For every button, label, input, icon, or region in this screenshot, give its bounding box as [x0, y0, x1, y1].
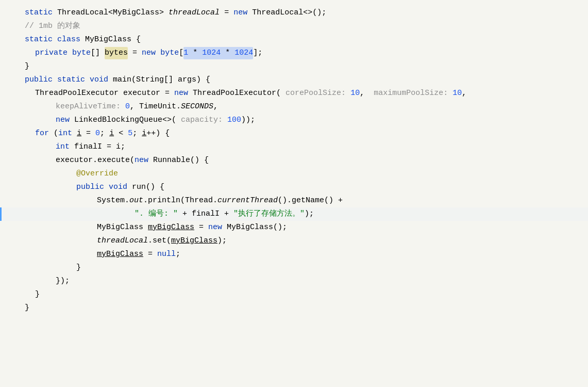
code-line-19: myBigClass = null ; — [0, 248, 588, 261]
code-line-5: } — [0, 60, 588, 73]
code-line-6: public static void main( String[] args) … — [0, 73, 588, 87]
code-line-10: for ( int i = 0 ; i < 5 ; i ++) { — [0, 127, 588, 140]
code-line-15: System. out .println(Thread. currentThre… — [0, 194, 588, 207]
code-line-9: new LinkedBlockingQueue<>( capacity: 100… — [0, 114, 588, 127]
code-editor: static ThreadLocal< MyBigClass> threadLo… — [0, 0, 588, 387]
code-line-18: threadLocal .set( myBigClass ); — [0, 234, 588, 248]
code-line-22: } — [0, 288, 588, 301]
code-line-12: executor.execute( new Runnable() { — [0, 154, 588, 167]
var-threadLocal: threadLocal — [169, 7, 220, 19]
code-line-13: @Override — [0, 167, 588, 181]
code-line-17: MyBigClass myBigClass = new MyBigClass()… — [0, 221, 588, 234]
keyword-static: static — [25, 7, 53, 19]
code-line-21: }); — [0, 275, 588, 288]
code-line-7: ThreadPoolExecutor executor = new Thread… — [0, 87, 588, 100]
code-line-11: int finalI = i; — [0, 140, 588, 154]
code-line-8: keepAliveTime: 0 , TimeUnit. SECONDS , — [0, 100, 588, 114]
code-line-4: private byte [] bytes = new byte [ 1 * 1… — [0, 46, 588, 60]
code-line-3: static class MyBigClass { — [0, 33, 588, 46]
code-line-1: static ThreadLocal< MyBigClass> threadLo… — [0, 6, 588, 20]
code-line-2: // 1mb 的对象 — [0, 20, 588, 33]
code-line-14: public void run() { — [0, 181, 588, 194]
code-line-20: } — [0, 261, 588, 275]
code-line-23: } — [0, 301, 588, 315]
code-line-16: ". 编号: " + finalI + "执行了存储方法。" ); — [0, 207, 588, 221]
